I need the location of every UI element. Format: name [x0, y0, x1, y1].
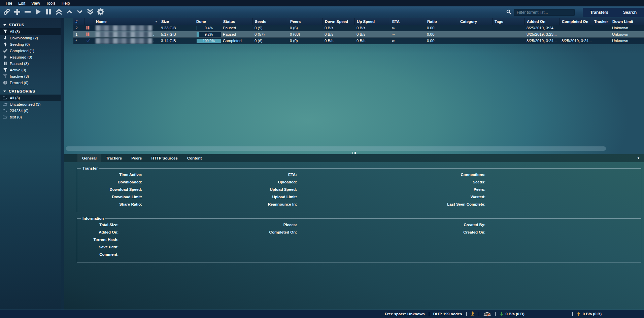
column-header-down-limit[interactable]: Down Limit — [610, 18, 644, 25]
column-header-size[interactable]: Size — [159, 18, 194, 25]
progress-bar: 100.0% — [197, 39, 221, 43]
column-header-[interactable]: # — [73, 18, 84, 25]
column-header-name[interactable]: Name▼ — [94, 18, 159, 25]
cell-category — [458, 25, 492, 31]
sidebar-item-errored-0[interactable]: Errored (0) — [0, 79, 61, 86]
sidebar-item-resumed-0[interactable]: Resumed (0) — [0, 54, 61, 60]
column-header-state-icon[interactable] — [84, 18, 94, 25]
fieldset-row: Share Ratio:Reannounce In:Last Seen Comp… — [80, 201, 638, 208]
column-header-category[interactable]: Category — [458, 18, 492, 25]
tab-peers[interactable]: Peers — [127, 154, 146, 162]
cell-seeds: 0 (5) — [252, 25, 288, 31]
resume-button[interactable] — [33, 8, 43, 17]
column-header-seeds[interactable]: Seeds — [252, 18, 288, 25]
column-header-eta[interactable]: ETA — [390, 18, 425, 25]
sidebar-item-test-0[interactable]: test (0) — [0, 114, 61, 120]
bottom-priority-icon — [87, 8, 94, 16]
sidebar-item-inactive-3[interactable]: Inactive (3) — [0, 73, 61, 79]
column-header-tags[interactable]: Tags — [492, 18, 524, 25]
fieldset-row: Torrent Hash: — [80, 236, 638, 243]
categories-section-header[interactable]: CATEGORIES — [0, 88, 61, 95]
field-label-seeds: Seeds: — [421, 180, 485, 184]
sidebar-item-seeding-0[interactable]: Seeding (0) — [0, 41, 61, 47]
cell-added-on: 8/25/2019, 3:23... — [524, 31, 560, 37]
menu-tools[interactable]: Tools — [43, 1, 59, 6]
sidebar-item-label: 234234 (0) — [10, 109, 29, 113]
column-header-up-speed[interactable]: Up Speed — [354, 18, 390, 25]
tab-content[interactable]: Content — [182, 154, 206, 162]
field-label-connections: Connections: — [421, 173, 485, 177]
torrent-row[interactable]: 2.9.23 GiB0.4%Paused0 (5)0 (6)0 B/s0 B/s… — [73, 25, 644, 31]
sidebar-item-active-0[interactable]: Active (0) — [0, 67, 61, 73]
alt-speed-limits-speedometer-icon[interactable] — [483, 311, 491, 317]
menu-file[interactable]: File — [3, 1, 15, 6]
filter-torrent-input[interactable] — [514, 9, 575, 16]
fieldset-row: Total Size:Pieces:Created By: — [80, 221, 638, 228]
information-legend: Information — [81, 216, 105, 220]
column-header-ratio[interactable]: Ratio — [425, 18, 458, 25]
tab-http-sources[interactable]: HTTP Sources — [147, 154, 182, 162]
menu-help[interactable]: Help — [59, 1, 73, 6]
connection-status-firewalled-icon[interactable] — [471, 311, 475, 317]
column-header-added-on[interactable]: Added On — [524, 18, 560, 25]
menu-view[interactable]: View — [28, 1, 43, 6]
divider — [479, 312, 479, 316]
torrent-list-empty-space — [64, 44, 644, 146]
pause-button[interactable] — [44, 8, 53, 17]
sidebar-item-label: Paused (3) — [10, 62, 29, 66]
field-label-added-on: Added On: — [80, 230, 118, 234]
field-label-torrent-hash: Torrent Hash: — [80, 238, 118, 242]
grip-icon — [352, 152, 353, 154]
top-priority-button[interactable] — [54, 8, 64, 17]
horizontal-scrollbar[interactable] — [66, 146, 606, 151]
cell-done: 100.0% — [194, 38, 221, 44]
sidebar-item-all-3[interactable]: All (3) — [0, 28, 61, 35]
view-tab-search[interactable]: Search — [616, 8, 644, 17]
blurred-torrent-name — [96, 25, 152, 31]
sidebar-item-label: Downloading (2) — [10, 36, 38, 40]
upload-speed-label: 0 B/s (0 B) — [583, 312, 602, 316]
tab-general[interactable]: General — [77, 154, 101, 162]
sidebar-item-downloading-2[interactable]: Downloading (2) — [0, 35, 61, 41]
torrent-row[interactable]: *.3.14 GiB100.0%Completed0 (6)0 (0)0 B/s… — [73, 38, 644, 44]
add-torrent-file-button[interactable] — [12, 8, 22, 17]
cell-size: 3.14 GiB — [159, 38, 194, 44]
column-header-tracker[interactable]: Tracker — [592, 18, 610, 25]
bottom-priority-button[interactable] — [86, 8, 95, 17]
cell-completed-on: 8/25/2019, 3:24... — [560, 38, 592, 44]
field-label-peers: Peers: — [421, 187, 485, 191]
sidebar-item-all-3[interactable]: All (3) — [0, 95, 61, 101]
column-header-status[interactable]: Status — [221, 18, 252, 25]
delete-button[interactable] — [23, 8, 32, 17]
paused-state-icon — [86, 26, 90, 30]
field-label-download-limit: Download Limit: — [80, 195, 142, 199]
collapse-triangle-icon — [3, 24, 6, 26]
sidebar-item-234234-0[interactable]: 234234 (0) — [0, 107, 61, 114]
sidebar-item-label: Errored (0) — [10, 81, 29, 85]
torrent-row[interactable]: 1.5.17 GiB9.2%Paused0 (57)0 (63)0 B/s0 B… — [73, 31, 644, 38]
column-header-peers[interactable]: Peers — [288, 18, 323, 25]
view-tab-transfers[interactable]: Transfers — [583, 8, 616, 17]
add-torrent-link-button[interactable] — [2, 8, 11, 17]
menu-edit[interactable]: Edit — [15, 1, 28, 6]
cell-ratio: 0.00 — [425, 31, 458, 37]
field-label-download-speed: Download Speed: — [80, 187, 142, 191]
menubar: FileEditViewToolsHelp — [0, 0, 644, 6]
options-button[interactable] — [96, 8, 105, 17]
status-section-title: STATUS — [9, 23, 24, 27]
chevron-down-icon[interactable]: ▼ — [637, 156, 640, 160]
sidebar-splitter[interactable] — [61, 18, 64, 310]
column-header-done[interactable]: Done — [194, 18, 221, 25]
sidebar-item-paused-3[interactable]: Paused (3) — [0, 60, 61, 67]
column-header-down-speed[interactable]: Down Speed — [323, 18, 354, 25]
sidebar-item-completed-1[interactable]: Completed (1) — [0, 47, 61, 54]
column-header-completed-on[interactable]: Completed On — [560, 18, 592, 25]
decrease-priority-button[interactable] — [75, 8, 84, 17]
sidebar-item-uncategorized-3[interactable]: Uncategorized (3) — [0, 101, 61, 107]
cell-status: Completed — [221, 38, 252, 44]
field-label-completed-on: Completed On: — [243, 230, 297, 234]
tab-trackers[interactable]: Trackers — [101, 154, 127, 162]
panel-splitter[interactable] — [64, 151, 644, 154]
status-section-header[interactable]: STATUS — [0, 22, 61, 28]
increase-priority-button[interactable] — [65, 8, 74, 17]
